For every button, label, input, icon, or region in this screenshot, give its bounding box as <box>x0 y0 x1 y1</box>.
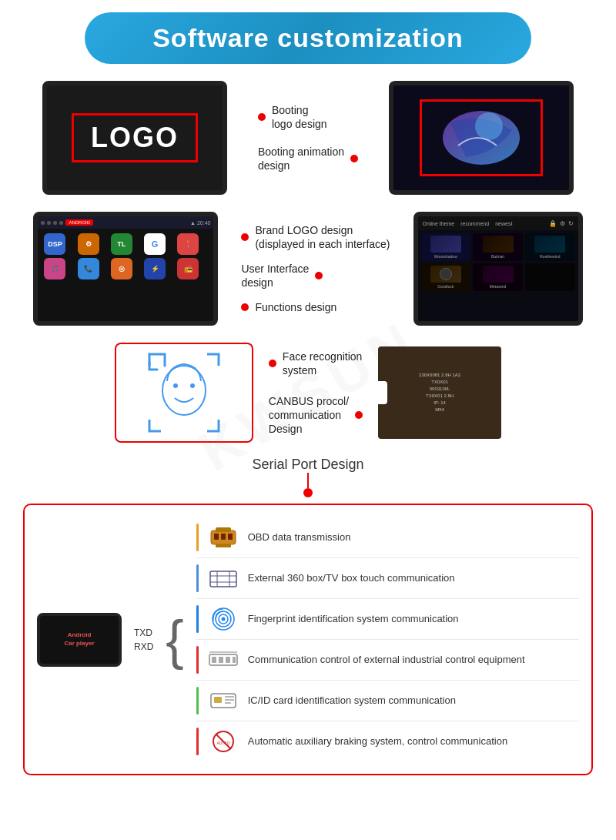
booting-anim-text: Booting animationdesign <box>258 145 344 172</box>
fingerprint-icon-box <box>206 605 240 633</box>
section2: ANDROID ▲ 20:40 DSP ⚙ TL G 📍 🎵 📞 ◎ ⚡ 📻 B… <box>15 212 601 326</box>
anim-device-screen <box>389 81 574 195</box>
dot-booting-anim <box>350 155 358 162</box>
industrial-text: Communication control of external indust… <box>248 653 525 667</box>
theme-tab-online: Online theme <box>423 221 455 226</box>
ui-device-left: ANDROID ▲ 20:40 DSP ⚙ TL G 📍 🎵 📞 ◎ ⚡ 📻 <box>33 212 218 326</box>
svg-point-5 <box>190 383 195 388</box>
color-line-icid <box>196 687 199 715</box>
serial-item-360: External 360 box/TV box touch communicat… <box>196 558 579 599</box>
ui-design-text: User Interfacedesign <box>241 262 309 289</box>
fingerprint-icon <box>208 606 239 632</box>
braking-text: Automatic auxiliary braking system, cont… <box>248 735 507 748</box>
dot-canbus <box>355 411 363 419</box>
svg-rect-9 <box>228 534 233 540</box>
theme-icons: 🔒 ⚙ ↻ <box>549 220 574 227</box>
svg-point-1 <box>475 112 503 140</box>
color-line-obd <box>196 524 199 551</box>
obd-icon-box <box>206 524 240 551</box>
app-music: 🎵 <box>44 258 65 279</box>
svg-rect-25 <box>233 657 236 663</box>
ui-status: ▲ 20:40 <box>190 220 210 226</box>
functions-text: Functions design <box>255 300 336 314</box>
brand-label: ANDROID <box>65 219 93 226</box>
svg-rect-8 <box>221 534 226 540</box>
page-title: Software customization <box>116 23 500 53</box>
section1: LOGO Bootinglogo design Booting animatio… <box>15 81 601 195</box>
anim-screen-inner <box>420 99 543 176</box>
theme-settings-icon: ⚙ <box>560 220 565 227</box>
theme-top-bar: Online theme recommend newest 🔒 ⚙ ↻ <box>418 216 578 230</box>
anim-graphic <box>435 107 527 169</box>
brace-symbol: { <box>166 613 183 667</box>
ui-dot3 <box>53 221 57 225</box>
app-link: TL <box>111 233 132 255</box>
booting-logo-text: Bootinglogo design <box>272 103 327 131</box>
icid-text: IC/ID card identification system communi… <box>248 694 456 708</box>
braking-icon: AUTKO <box>208 728 239 755</box>
theme-grid: Moonshadow Batman Roethewind <box>418 230 578 294</box>
svg-point-4 <box>173 383 178 388</box>
color-line-braking <box>196 728 199 755</box>
functions-label: Functions design <box>241 300 390 314</box>
dot-brand-logo <box>241 233 249 241</box>
serial-item-fingerprint: Fingerprint identification system commun… <box>196 599 579 640</box>
serial-item-industrial: Communication control of external indust… <box>196 640 579 681</box>
app-settings: ⚙ <box>78 233 99 255</box>
face-recognition-label: Face recognitionsystem <box>269 350 363 377</box>
logo-device-screen: LOGO <box>42 81 227 195</box>
svg-text:AUTKO: AUTKO <box>216 741 229 745</box>
theme-goodluck: Goodluck <box>421 263 471 291</box>
brand-logo-text: Brand LOGO design(displayed in each inte… <box>255 223 390 251</box>
svg-rect-28 <box>214 697 222 703</box>
box360-text: External 360 box/TV box touch communicat… <box>248 571 455 585</box>
dot-booting-logo <box>258 113 266 121</box>
brand-logo-label: Brand LOGO design(displayed in each inte… <box>241 223 390 251</box>
ui-icons-grid: DSP ⚙ TL G 📍 🎵 📞 ◎ ⚡ 📻 <box>38 229 213 284</box>
color-line-360 <box>196 564 199 592</box>
box360-icon <box>208 565 239 591</box>
serial-port-box: AndroidCar player TXD RXD { <box>23 504 593 775</box>
chip-text: 230X0081 2.8H 1A2 TX0X01 0003100L TX0X01… <box>413 366 467 420</box>
svg-rect-2 <box>149 354 165 370</box>
icid-icon-box <box>206 687 240 715</box>
booting-anim-label: Booting animationdesign <box>258 145 358 172</box>
theme-device: Online theme recommend newest 🔒 ⚙ ↻ Moon… <box>413 212 583 326</box>
canbus-chip: 230X0081 2.8H 1A2 TX0X01 0003100L TX0X01… <box>378 346 501 439</box>
header-banner: Software customization <box>85 12 531 64</box>
serial-item-icid: IC/ID card identification system communi… <box>196 681 579 721</box>
dot-functions <box>241 303 249 311</box>
canbus-label: CANBUS procol/communicationDesign <box>269 394 363 437</box>
canbus-text: CANBUS procol/communicationDesign <box>269 394 349 437</box>
booting-logo-label: Bootinglogo design <box>258 103 358 131</box>
svg-rect-24 <box>226 657 230 663</box>
serial-dot-line <box>15 473 601 497</box>
android-car-player: AndroidCar player <box>37 613 122 667</box>
ui-dot1 <box>41 221 45 225</box>
color-line-fingerprint <box>196 605 199 633</box>
app-chrome: ◎ <box>111 258 132 279</box>
obd-text: OBD data transmission <box>248 530 351 544</box>
serial-line-v <box>307 473 309 488</box>
section3-labels: Face recognitionsystem CANBUS procol/com… <box>269 350 363 437</box>
svg-rect-22 <box>212 657 216 663</box>
braking-icon-box: AUTKO <box>206 728 240 755</box>
app-phone: 📞 <box>78 258 99 279</box>
svg-rect-23 <box>219 657 223 663</box>
box360-icon-box <box>206 564 240 592</box>
svg-rect-7 <box>214 534 219 540</box>
txd-label: TXD <box>134 627 152 638</box>
section3: Face recognitionsystem CANBUS procol/com… <box>15 343 601 443</box>
app-google: G <box>144 233 166 255</box>
ui-design-label: User Interfacedesign <box>241 262 390 289</box>
serial-dot-big <box>303 488 313 497</box>
chip-cutout <box>378 381 387 404</box>
svg-rect-11 <box>216 544 231 547</box>
rxd-label: RXD <box>134 641 153 652</box>
android-label: AndroidCar player <box>64 631 94 648</box>
ui-dot4 <box>59 221 63 225</box>
logo-box: LOGO <box>72 113 198 162</box>
serial-port-title: Serial Port Design <box>252 457 363 472</box>
obd-icon <box>208 524 239 551</box>
app-radio: 📻 <box>177 258 199 279</box>
